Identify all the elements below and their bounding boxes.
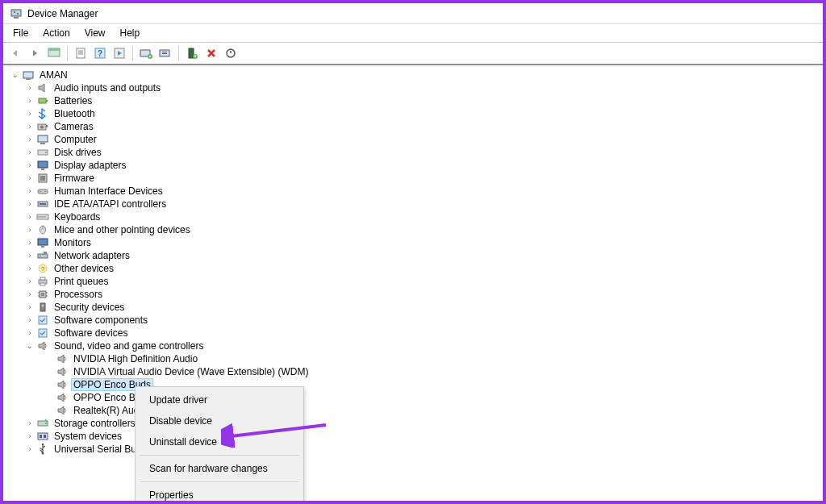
context-menu-item-uninstall-device[interactable]: Uninstall device: [138, 431, 301, 452]
tree-category-11[interactable]: ›Mice and other pointing devices: [5, 223, 821, 236]
tree-category-17[interactable]: ›Security devices: [5, 301, 821, 314]
tree-category-14[interactable]: ›?Other devices: [5, 262, 821, 275]
tree-root-node[interactable]: ⌄AMAN: [5, 69, 821, 81]
expander-icon[interactable]: ›: [24, 200, 35, 208]
context-menu-item-properties[interactable]: Properties: [138, 485, 301, 501]
svg-rect-36: [38, 190, 48, 194]
tree-device-20-1[interactable]: NVIDIA Virtual Audio Device (Wave Extens…: [5, 365, 821, 378]
tree-item-label: Mice and other pointing devices: [52, 224, 193, 235]
tree-item-label: AMAN: [37, 69, 70, 81]
svg-rect-32: [38, 161, 48, 168]
app-icon: [10, 7, 23, 20]
svg-rect-33: [41, 169, 44, 170]
svg-point-38: [44, 191, 46, 193]
tree-item-label: Audio inputs and outputs: [52, 82, 163, 94]
svg-point-31: [45, 152, 47, 153]
tree-category-19[interactable]: ›Software devices: [5, 327, 821, 339]
expander-icon[interactable]: ›: [24, 84, 35, 92]
update-driver-button[interactable]: [183, 44, 201, 62]
svg-rect-40: [40, 203, 46, 205]
tree-category-15[interactable]: ›Print queues: [5, 275, 821, 288]
svg-rect-28: [38, 135, 48, 142]
expander-icon[interactable]: ›: [24, 226, 35, 234]
properties-button[interactable]: [72, 44, 90, 62]
expander-icon[interactable]: ›: [24, 110, 35, 118]
menu-file[interactable]: File: [6, 26, 35, 40]
tree-category-7[interactable]: ›Firmware: [5, 172, 821, 185]
expander-icon[interactable]: ›: [24, 316, 35, 324]
tree-category-18[interactable]: ›Software components: [5, 314, 821, 327]
tree-category-3[interactable]: ›Cameras: [5, 120, 821, 133]
tree-device-20-2[interactable]: OPPO Enco Buds: [5, 378, 821, 391]
scan-hardware-button[interactable]: [137, 44, 155, 62]
svg-rect-58: [40, 283, 45, 285]
expander-icon[interactable]: ›: [24, 213, 35, 221]
tree-category-1[interactable]: ›Batteries: [5, 94, 821, 107]
expander-icon[interactable]: ›: [24, 239, 35, 247]
expander-icon[interactable]: ›: [24, 97, 35, 105]
expander-icon[interactable]: ›: [24, 148, 35, 156]
expander-icon[interactable]: ›: [24, 161, 35, 169]
svg-point-52: [40, 256, 41, 257]
tree-device-20-3[interactable]: OPPO Enco Buds: [5, 391, 821, 404]
expander-icon[interactable]: ›: [24, 264, 35, 273]
mouse-icon: [36, 223, 49, 236]
svg-rect-5: [48, 48, 60, 51]
expander-icon[interactable]: ›: [24, 445, 35, 453]
uninstall-button[interactable]: [202, 44, 220, 62]
tree-device-20-0[interactable]: NVIDIA High Definition Audio: [5, 352, 821, 365]
computer-icon: [36, 133, 49, 146]
camera-icon: [36, 120, 49, 133]
disable-button[interactable]: [222, 44, 240, 62]
expander-icon[interactable]: ›: [24, 187, 35, 195]
svg-rect-29: [40, 143, 45, 144]
forward-button[interactable]: [26, 44, 44, 62]
expander-icon[interactable]: ›: [24, 174, 35, 182]
expander-icon[interactable]: ›: [24, 277, 35, 285]
menu-help[interactable]: Help: [114, 26, 147, 40]
svg-point-3: [17, 13, 19, 15]
action-button[interactable]: [111, 44, 128, 62]
expander-icon[interactable]: ›: [24, 419, 35, 427]
svg-rect-73: [44, 435, 46, 438]
tree-category-8[interactable]: ›Human Interface Devices: [5, 185, 821, 198]
tree-category-9[interactable]: ›IDE ATA/ATAPI controllers: [5, 198, 821, 210]
tree-category-16[interactable]: ›Processors: [5, 288, 821, 301]
tree-category-10[interactable]: ›Keyboards: [5, 210, 821, 223]
tree-category-21[interactable]: ›Storage controllers: [5, 417, 821, 430]
context-menu-item-scan-for-hardware-changes[interactable]: Scan for hardware changes: [138, 458, 301, 479]
expander-icon[interactable]: ›: [24, 252, 35, 260]
show-hide-console-button[interactable]: [45, 44, 63, 62]
device-tree[interactable]: ⌄AMAN›Audio inputs and outputs›Batteries…: [3, 65, 823, 501]
svg-text:?: ?: [41, 265, 45, 273]
tree-category-0[interactable]: ›Audio inputs and outputs: [5, 81, 821, 94]
tree-category-13[interactable]: ›Network adapters: [5, 249, 821, 262]
help-button[interactable]: ?: [91, 44, 109, 62]
expander-icon[interactable]: ›: [24, 303, 35, 311]
context-menu-item-update-driver[interactable]: Update driver: [138, 389, 301, 410]
tree-category-20[interactable]: ⌄Sound, video and game controllers: [5, 339, 821, 352]
expander-icon[interactable]: ›: [24, 135, 35, 144]
expander-icon[interactable]: ›: [24, 329, 35, 337]
menu-action[interactable]: Action: [36, 26, 76, 40]
expander-icon[interactable]: ⌄: [24, 342, 35, 350]
tree-category-2[interactable]: ›Bluetooth: [5, 107, 821, 120]
tree-category-12[interactable]: ›Monitors: [5, 236, 821, 249]
tree-category-23[interactable]: ›Universal Serial Bus: [5, 443, 821, 456]
back-button[interactable]: [6, 44, 24, 62]
tree-category-22[interactable]: ›System devices: [5, 430, 821, 443]
menu-view[interactable]: View: [78, 26, 112, 40]
expander-icon[interactable]: ›: [24, 432, 35, 440]
context-menu-item-disable-device[interactable]: Disable device: [138, 410, 301, 431]
tree-device-20-4[interactable]: Realtek(R) Audio: [5, 404, 821, 417]
tree-category-4[interactable]: ›Computer: [5, 133, 821, 146]
add-legacy-button[interactable]: [156, 44, 174, 62]
expander-icon[interactable]: ›: [24, 290, 35, 298]
tree-category-5[interactable]: ›Disk drives: [5, 146, 821, 159]
expander-icon[interactable]: ⌄: [10, 71, 21, 79]
svg-rect-51: [38, 254, 48, 258]
tree-category-6[interactable]: ›Display adapters: [5, 159, 821, 172]
sound-icon: [56, 378, 69, 391]
context-menu-separator: [140, 455, 299, 456]
expander-icon[interactable]: ›: [24, 123, 35, 131]
